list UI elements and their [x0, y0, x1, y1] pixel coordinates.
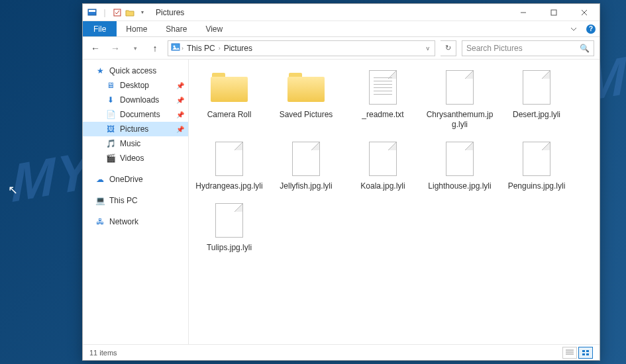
- file-icon: [292, 142, 320, 176]
- file-item[interactable]: Tulips.jpg.lyli: [194, 199, 264, 255]
- documents-icon: 📄: [105, 109, 116, 120]
- close-button[interactable]: [569, 4, 600, 21]
- file-icon: [523, 70, 550, 105]
- sidebar-item-downloads[interactable]: ⬇Downloads📌: [83, 93, 188, 107]
- minimize-button[interactable]: [508, 4, 539, 21]
- sidebar-onedrive[interactable]: ☁ OneDrive: [83, 172, 188, 187]
- file-menu[interactable]: File: [83, 21, 117, 36]
- quick-access-toolbar: | ▾: [83, 7, 152, 18]
- qat-dropdown-icon[interactable]: ▾: [137, 7, 148, 18]
- svg-rect-13: [586, 350, 589, 352]
- file-icon: [215, 203, 243, 238]
- window-title: Pictures: [152, 8, 184, 17]
- file-icon: [446, 70, 474, 105]
- file-item[interactable]: Lighthouse.jpg.lyli: [425, 138, 495, 194]
- explorer-window: | ▾ Pictures File Home Share View: [82, 3, 600, 361]
- search-placeholder: Search Pictures: [466, 44, 580, 53]
- sidebar-item-music[interactable]: 🎵Music: [83, 136, 188, 151]
- body: ★ Quick access 🖥Desktop📌⬇Downloads📌📄Docu…: [83, 60, 600, 344]
- folder-icon: [211, 73, 248, 102]
- pin-icon: 📌: [176, 111, 184, 118]
- file-label: Camera Roll: [207, 110, 252, 120]
- tab-view[interactable]: View: [196, 21, 232, 36]
- file-item[interactable]: _readme.txt: [348, 66, 418, 132]
- file-label: Chrysanthemum.jpg.lyli: [426, 110, 494, 130]
- explorer-icon: [87, 7, 97, 18]
- pin-icon: 📌: [176, 82, 184, 89]
- thispc-icon: 💻: [95, 195, 105, 206]
- breadcrumb-pictures[interactable]: Pictures: [222, 44, 254, 53]
- file-label: Jellyfish.jpg.lyli: [280, 181, 332, 191]
- svg-rect-14: [582, 353, 585, 355]
- svg-rect-4: [551, 10, 556, 15]
- file-item[interactable]: Camera Roll: [194, 66, 264, 132]
- help-button[interactable]: ?: [582, 21, 600, 36]
- status-bar: 11 items: [83, 344, 600, 360]
- search-icon: 🔍: [580, 44, 590, 53]
- file-item[interactable]: Desert.jpg.lyli: [501, 66, 572, 132]
- sidebar-item-label: Network: [109, 217, 138, 226]
- text-file-icon: [369, 70, 397, 105]
- view-toggle: [562, 347, 593, 359]
- breadcrumb-separator[interactable]: ›: [180, 45, 185, 52]
- sidebar-item-documents[interactable]: 📄Documents📌: [83, 107, 188, 122]
- network-icon: 🖧: [95, 216, 105, 227]
- sidebar-thispc[interactable]: 💻 This PC: [83, 193, 188, 208]
- breadcrumb-thispc[interactable]: This PC: [185, 44, 217, 53]
- search-input[interactable]: Search Pictures 🔍: [462, 40, 594, 56]
- file-label: Koala.jpg.lyli: [360, 181, 405, 191]
- recent-dropdown-icon[interactable]: ▾: [128, 41, 142, 56]
- mouse-cursor: ↖: [8, 183, 18, 197]
- file-icon: [523, 142, 550, 176]
- icons-view-button[interactable]: [578, 347, 593, 359]
- file-label: Tulips.jpg.lyli: [207, 243, 252, 253]
- address-bar[interactable]: › This PC › Pictures v: [168, 40, 435, 56]
- ribbon-expand-icon[interactable]: [565, 21, 582, 36]
- up-button[interactable]: ↑: [148, 41, 162, 56]
- ribbon: File Home Share View ?: [83, 21, 600, 37]
- onedrive-icon: ☁: [95, 174, 105, 185]
- sidebar-item-label: Music: [120, 139, 140, 148]
- file-item[interactable]: Koala.jpg.lyli: [348, 138, 418, 194]
- tab-share[interactable]: Share: [156, 21, 196, 36]
- sidebar-item-label: OneDrive: [109, 175, 143, 184]
- sidebar-quick-access[interactable]: ★ Quick access: [83, 64, 188, 78]
- file-item[interactable]: Chrysanthemum.jpg.lyli: [425, 66, 495, 132]
- pin-icon: 📌: [176, 97, 184, 104]
- refresh-button[interactable]: ↻: [441, 40, 456, 56]
- maximize-button[interactable]: [539, 4, 569, 21]
- file-label: _readme.txt: [362, 110, 403, 120]
- pictures-icon: [171, 42, 180, 54]
- sidebar-item-label: Desktop: [120, 81, 149, 90]
- sidebar-network[interactable]: 🖧 Network: [83, 214, 188, 229]
- back-button[interactable]: ←: [88, 41, 103, 56]
- item-count: 11 items: [89, 349, 117, 357]
- forward-button[interactable]: →: [108, 41, 123, 56]
- file-item[interactable]: Penguins.jpg.lyli: [501, 138, 572, 194]
- videos-icon: 🎬: [105, 153, 116, 163]
- new-folder-icon[interactable]: [125, 7, 135, 18]
- address-dropdown-icon[interactable]: v: [424, 45, 433, 52]
- navigation-bar: ← → ▾ ↑ › This PC › Pictures v ↻ Search …: [83, 37, 600, 60]
- help-icon: ?: [586, 24, 596, 34]
- sidebar-item-label: Videos: [120, 154, 144, 163]
- music-icon: 🎵: [105, 138, 116, 149]
- properties-icon[interactable]: [112, 7, 123, 18]
- file-grid[interactable]: Camera RollSaved Pictures_readme.txtChry…: [189, 60, 600, 344]
- file-item[interactable]: Saved Pictures: [271, 66, 341, 132]
- tab-home[interactable]: Home: [117, 21, 156, 36]
- sidebar-item-label: Pictures: [120, 124, 148, 134]
- breadcrumb-separator[interactable]: ›: [217, 45, 222, 52]
- file-label: Hydrangeas.jpg.lyli: [195, 181, 262, 191]
- sidebar-item-videos[interactable]: 🎬Videos: [83, 151, 188, 165]
- qat-divider: |: [99, 7, 110, 18]
- file-item[interactable]: Jellyfish.jpg.lyli: [271, 138, 341, 194]
- details-view-button[interactable]: [562, 347, 577, 359]
- file-item[interactable]: Hydrangeas.jpg.lyli: [194, 138, 264, 194]
- desktop-icon: 🖥: [105, 80, 116, 91]
- file-icon: [446, 142, 474, 176]
- sidebar-item-desktop[interactable]: 🖥Desktop📌: [83, 78, 188, 93]
- sidebar-item-label: This PC: [109, 196, 138, 205]
- sidebar-item-pictures[interactable]: 🖼Pictures📌: [83, 122, 188, 136]
- pin-icon: 📌: [176, 126, 184, 133]
